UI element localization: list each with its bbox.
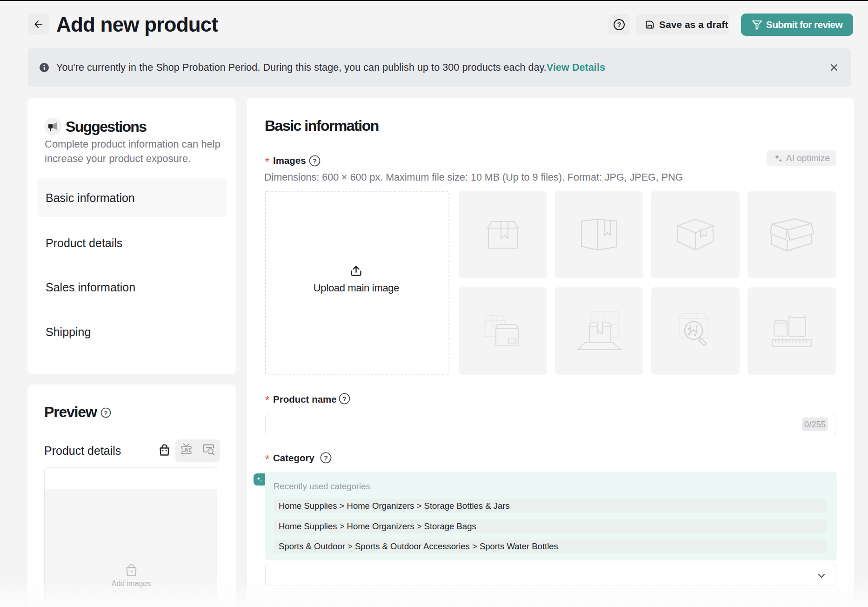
svg-text:?: ? — [617, 21, 621, 28]
svg-text:?: ? — [313, 157, 317, 165]
svg-text:?: ? — [324, 454, 328, 462]
svg-text:?: ? — [104, 410, 108, 417]
svg-text:?: ? — [342, 395, 347, 403]
